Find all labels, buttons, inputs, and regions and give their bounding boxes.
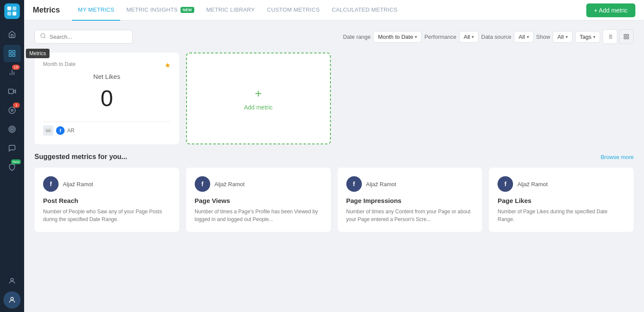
sidebar-item-reports[interactable]: 18 — [3, 64, 21, 81]
svg-rect-29 — [627, 34, 628, 36]
topnav: Metrics MY METRICS METRIC INSIGHTS New M… — [24, 0, 644, 21]
svg-rect-7 — [9, 54, 11, 56]
svg-rect-31 — [624, 37, 626, 39]
list-view-button[interactable] — [603, 29, 617, 44]
filter-bar: Date range Month to Date ▾ Performance A… — [34, 29, 634, 44]
svg-marker-11 — [13, 90, 16, 93]
sidebar-item-user-bottom[interactable] — [3, 291, 21, 309]
data-source-label: Data source — [481, 34, 511, 40]
suggested-card-desc: Number of times a Page's Profile has bee… — [195, 208, 322, 223]
suggested-card-header: f Aljaž Ramot — [195, 176, 322, 192]
svg-rect-1 — [12, 6, 16, 10]
data-source-select[interactable]: All ▾ — [514, 31, 533, 43]
add-metric-plus-icon: + — [255, 87, 261, 100]
chevron-down-icon: ▾ — [415, 34, 417, 39]
svg-point-18 — [11, 278, 13, 281]
svg-point-20 — [41, 34, 45, 37]
metric-card-net-likes[interactable]: Month to Date ★ Net Likes 0 IMG f AR — [34, 53, 179, 144]
date-range-select[interactable]: Month to Date ▾ — [373, 31, 422, 43]
suggested-card-page-likes[interactable]: f Aljaž Ramot Page Likes Number of Page … — [489, 168, 634, 232]
reports-badge: 18 — [12, 65, 20, 70]
suggested-card-title: Page Views — [195, 197, 322, 204]
sidebar-item-video[interactable] — [3, 83, 21, 100]
browse-more-link[interactable]: Browse more — [600, 154, 634, 160]
svg-point-16 — [10, 128, 14, 131]
chevron-down-icon-ds: ▾ — [527, 34, 529, 39]
svg-point-19 — [11, 297, 13, 300]
suggested-card-header: f Aljaž Ramot — [43, 176, 171, 192]
star-icon[interactable]: ★ — [165, 61, 171, 69]
metric-insights-badge: New — [180, 7, 194, 13]
svg-text:IMG: IMG — [46, 129, 51, 132]
sidebar-item-tasks[interactable]: 1 — [3, 102, 21, 119]
sidebar-item-home[interactable] — [3, 26, 21, 43]
svg-rect-4 — [9, 50, 11, 53]
svg-rect-2 — [7, 12, 11, 16]
svg-rect-6 — [13, 54, 15, 56]
performance-label: Performance — [424, 34, 456, 40]
tasks-badge: 1 — [13, 103, 20, 108]
suggested-card-title: Page Impressions — [346, 197, 474, 204]
search-icon — [40, 33, 46, 41]
app-title: Metrics — [33, 6, 60, 15]
tags-select[interactable]: Tags ▾ — [575, 31, 600, 43]
suggested-card-desc: Number of People who Saw any of your Pag… — [43, 208, 171, 223]
search-input[interactable] — [50, 34, 127, 40]
performance-select[interactable]: All ▾ — [459, 31, 479, 43]
metric-icon-image: IMG — [43, 125, 53, 136]
suggested-card-post-reach[interactable]: f Aljaž Ramot Post Reach Number of Peopl… — [34, 168, 179, 232]
add-metric-card[interactable]: + Add metric — [186, 53, 331, 144]
facebook-icon: f — [56, 126, 65, 135]
grid-view-button[interactable] — [619, 29, 634, 44]
svg-point-14 — [11, 109, 13, 112]
metric-value: 0 — [43, 85, 171, 111]
metric-divider — [43, 122, 171, 122]
sidebar: Metrics 18 1 New — [0, 0, 24, 312]
sidebar-item-shield[interactable]: New — [3, 159, 21, 176]
search-box[interactable] — [34, 30, 133, 44]
metrics-grid: Month to Date ★ Net Likes 0 IMG f AR + A… — [34, 53, 634, 144]
svg-rect-3 — [12, 12, 16, 16]
tab-my-metrics[interactable]: MY METRICS — [72, 0, 120, 21]
main-area: Metrics MY METRICS METRIC INSIGHTS New M… — [24, 0, 644, 312]
suggested-avatar: f — [346, 176, 362, 192]
svg-rect-0 — [7, 6, 11, 10]
tab-custom-metrics[interactable]: CUSTOM METRICS — [261, 0, 326, 21]
suggested-card-page-impressions[interactable]: f Aljaž Ramot Page Impressions Number of… — [338, 168, 482, 232]
suggested-user: Aljaž Ramot — [366, 181, 396, 187]
metric-date-range: Month to Date — [43, 61, 75, 67]
tab-calculated-metrics[interactable]: CALCULATED METRICS — [326, 0, 404, 21]
chevron-down-icon-perf: ▾ — [472, 34, 474, 39]
suggested-title: Suggested metrics for you... — [34, 153, 127, 161]
suggested-avatar: f — [498, 176, 513, 192]
sidebar-item-profile[interactable] — [3, 272, 21, 290]
suggested-header: Suggested metrics for you... Browse more — [34, 153, 634, 161]
chevron-down-icon-tags: ▾ — [593, 34, 595, 39]
svg-rect-28 — [624, 34, 626, 36]
suggested-user: Aljaž Ramot — [215, 181, 245, 187]
add-metric-button[interactable]: + Add metric — [586, 3, 635, 17]
sidebar-item-metrics[interactable]: Metrics — [3, 45, 21, 62]
show-select[interactable]: All ▾ — [553, 31, 572, 43]
sidebar-item-chat[interactable] — [3, 140, 21, 157]
suggested-grid: f Aljaž Ramot Post Reach Number of Peopl… — [34, 168, 634, 232]
suggested-card-desc: Number of Page Likes during the specifie… — [498, 208, 625, 223]
suggested-card-title: Post Reach — [43, 197, 171, 204]
suggested-card-header: f Aljaž Ramot — [498, 176, 625, 192]
suggested-user: Aljaž Ramot — [517, 181, 548, 187]
metric-account: AR — [67, 128, 75, 134]
date-range-label: Date range — [343, 34, 370, 40]
show-label: Show — [536, 34, 551, 40]
suggested-avatar: f — [195, 176, 210, 192]
suggested-card-page-views[interactable]: f Aljaž Ramot Page Views Number of times… — [186, 168, 331, 232]
app-logo[interactable] — [4, 3, 20, 19]
tab-metric-insights[interactable]: METRIC INSIGHTS New — [120, 0, 200, 21]
tab-metric-library[interactable]: METRIC LIBRARY — [200, 0, 261, 21]
sidebar-item-target[interactable] — [3, 121, 21, 138]
svg-rect-5 — [13, 50, 15, 53]
suggested-section: Suggested metrics for you... Browse more… — [34, 153, 634, 232]
suggested-card-header: f Aljaž Ramot — [346, 176, 474, 192]
svg-rect-12 — [9, 89, 13, 94]
svg-rect-30 — [627, 37, 628, 39]
content-area: Date range Month to Date ▾ Performance A… — [24, 21, 644, 312]
